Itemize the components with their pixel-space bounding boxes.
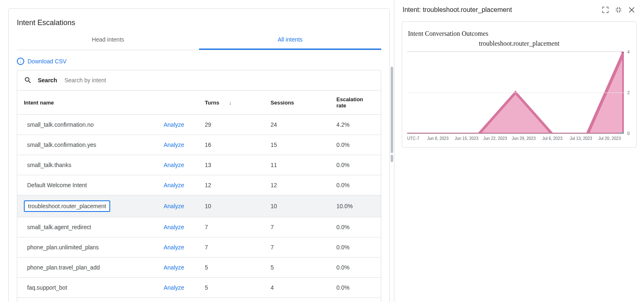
y-tick-label: 4 [627, 50, 630, 54]
analyze-link[interactable]: Analyze [164, 121, 184, 128]
x-tick-label: Jul 13, 2023 [567, 136, 595, 141]
rate-cell: 0.0% [330, 258, 381, 278]
chart-plot: 024 [407, 51, 631, 134]
tab-head-intents[interactable]: Head intents [17, 30, 199, 50]
turns-cell: 29 [198, 115, 264, 135]
col-sessions[interactable]: Sessions [264, 91, 330, 115]
table-row[interactable]: phone_plan.travel_plan_addAnalyze550.0% [17, 258, 381, 278]
sessions-cell: 5 [264, 258, 330, 278]
analyze-link[interactable]: Analyze [164, 142, 184, 148]
analyze-link[interactable]: Analyze [164, 284, 184, 291]
sessions-cell: 12 [264, 175, 330, 195]
search-input[interactable] [65, 77, 374, 84]
analyze-link[interactable]: Analyze [164, 182, 184, 188]
scrollbar-track[interactable] [391, 67, 393, 153]
analyze-link[interactable]: Analyze [164, 203, 184, 209]
intent-name: troubleshoot.router_placement [24, 200, 110, 212]
rate-cell: 0.0% [330, 278, 381, 298]
intent-escalations-card: Intent Escalations Head intents All inte… [8, 8, 390, 302]
close-icon[interactable] [628, 6, 636, 14]
intent-name: faq.support_bot [24, 283, 70, 293]
search-icon [24, 76, 32, 84]
turns-cell: 7 [198, 237, 264, 258]
table-row[interactable]: Default Welcome IntentAnalyze12120.0% [17, 175, 381, 195]
table-row[interactable]: troubleshoot.password_changeAnalyze440.0… [17, 298, 381, 302]
intent-name: small_talk.confirmation.no [24, 120, 97, 130]
y-tick-label: 0 [627, 131, 630, 136]
rate-cell: 0.0% [330, 135, 381, 155]
x-tick-label: Jun 8, 2023 [424, 136, 452, 141]
search-label: Search [38, 77, 57, 84]
rate-cell: 0.0% [330, 298, 381, 302]
intent-name: phone_plan.travel_plan_add [24, 263, 103, 272]
chart-subtitle: troubleshoot.router_placement [407, 40, 631, 47]
turns-cell: 7 [198, 217, 264, 237]
download-icon: ↓ [17, 58, 24, 65]
intent-table: Search Intent name Turns ↓ Sessions Esca… [17, 70, 381, 302]
table-row[interactable]: small_talk.confirmation.yesAnalyze16150.… [17, 135, 381, 155]
sessions-cell: 7 [264, 217, 330, 237]
table-row[interactable]: faq.support_botAnalyze540.0% [17, 278, 381, 298]
turns-cell: 13 [198, 155, 264, 175]
detail-title: Intent: troubleshoot.router_placement [403, 6, 596, 14]
x-tick-label: Jun 22, 2023 [481, 136, 510, 141]
table-row[interactable]: small_talk.thanksAnalyze13110.0% [17, 155, 381, 175]
download-csv-link[interactable]: Download CSV [28, 58, 67, 65]
baseline-marker [621, 132, 624, 133]
table-header-row: Intent name Turns ↓ Sessions Escalation … [17, 91, 381, 115]
intent-name: small_talk.thanks [24, 160, 74, 170]
rate-cell: 4.2% [330, 115, 381, 135]
analyze-link[interactable]: Analyze [164, 162, 184, 168]
col-intent-name[interactable]: Intent name [17, 91, 157, 115]
turns-cell: 16 [198, 135, 264, 155]
analyze-link[interactable]: Analyze [164, 224, 184, 230]
x-tick-label: Jul 20, 2023 [595, 136, 624, 141]
intent-name: small_talk.agent_redirect [24, 222, 95, 232]
table-row[interactable]: small_talk.confirmation.noAnalyze29244.2… [17, 115, 381, 135]
turns-cell: 4 [198, 298, 264, 302]
rate-cell: 0.0% [330, 175, 381, 195]
analyze-link[interactable]: Analyze [164, 244, 184, 251]
col-escalation-rate[interactable]: Escalation rate [330, 91, 381, 115]
sessions-cell: 4 [264, 298, 330, 302]
turns-cell: 5 [198, 258, 264, 278]
sort-desc-icon: ↓ [229, 100, 232, 106]
rate-cell: 0.0% [330, 237, 381, 258]
fullscreen-icon[interactable] [601, 6, 609, 14]
x-axis-tz-label: UTC-7 [407, 136, 424, 141]
col-turns[interactable]: Turns ↓ [198, 91, 264, 115]
sessions-cell: 15 [264, 135, 330, 155]
rate-cell: 0.0% [330, 217, 381, 237]
detail-panel: Intent: troubleshoot.router_placement In… [394, 0, 644, 302]
card-title: Intent Escalations [9, 9, 389, 30]
x-tick-label: Jun 29, 2023 [510, 136, 538, 141]
analyze-link[interactable]: Analyze [164, 264, 184, 271]
rate-cell: 10.0% [330, 195, 381, 217]
sessions-cell: 11 [264, 155, 330, 175]
turns-cell: 10 [198, 195, 264, 217]
x-tick-label: Jun 15, 2023 [452, 136, 481, 141]
exit-fullscreen-icon[interactable] [614, 6, 623, 14]
intent-name: small_talk.confirmation.yes [24, 140, 100, 150]
sessions-cell: 7 [264, 237, 330, 258]
intent-name: phone_plan.unlimited_plans [24, 242, 102, 252]
table-row[interactable]: phone_plan.unlimited_plansAnalyze770.0% [17, 237, 381, 258]
sessions-cell: 4 [264, 278, 330, 298]
tabs: Head intents All intents [17, 30, 381, 50]
chart-heading: Intent Conversation Outcomes [407, 30, 631, 37]
tab-all-intents[interactable]: All intents [199, 30, 381, 50]
table-row[interactable]: troubleshoot.router_placementAnalyze1010… [17, 195, 381, 217]
turns-cell: 5 [198, 278, 264, 298]
intent-name: Default Welcome Intent [24, 180, 90, 190]
x-tick-label: Jul 6, 2023 [538, 136, 567, 141]
rate-cell: 0.0% [330, 155, 381, 175]
sessions-cell: 10 [264, 195, 330, 217]
y-tick-label: 2 [627, 91, 630, 95]
chart-card: Intent Conversation Outcomes troubleshoo… [402, 21, 637, 148]
table-row[interactable]: small_talk.agent_redirectAnalyze770.0% [17, 217, 381, 237]
scrollbar-handle[interactable] [391, 155, 393, 162]
sessions-cell: 24 [264, 115, 330, 135]
turns-cell: 12 [198, 175, 264, 195]
